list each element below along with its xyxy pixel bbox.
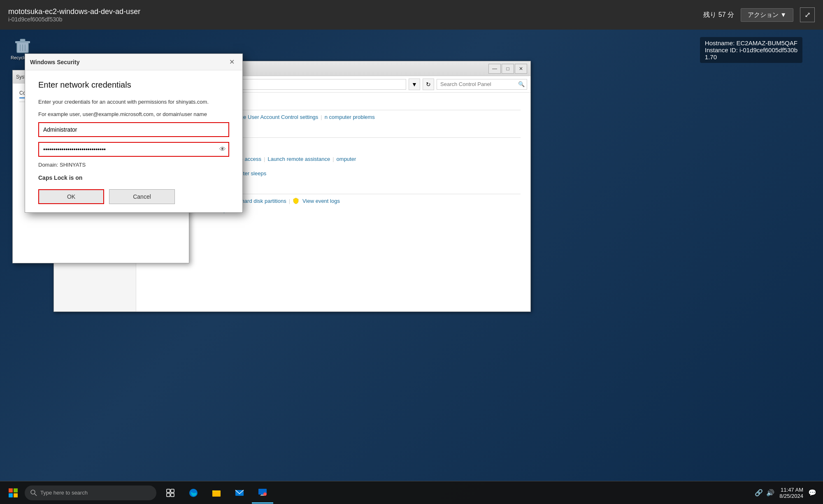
svg-point-16 [31,490,35,494]
expand-button[interactable]: ⤢ [800,7,815,22]
taskbar: Type here to search [0,481,823,504]
remote-assistance-link[interactable]: Launch remote assistance [267,156,330,162]
svg-line-17 [35,494,37,496]
mail-button[interactable] [229,482,250,504]
ws-domain-label: Domain: SHINYATS [38,162,229,168]
ws-password-wrapper: 👁 [38,142,229,157]
clock-date: 8/25/2024 [779,493,803,499]
dropdown-button[interactable]: ▼ [409,79,420,90]
ws-close-button[interactable]: ✕ [226,56,237,68]
hostname-label: Hostname: EC2AMAZ-BUM5QAF [705,39,797,46]
task-view-button[interactable] [160,482,181,504]
windows-security-dialog: Windows Security ✕ Enter network credent… [25,53,243,213]
recycle-bin-img [14,37,31,53]
mail-icon [235,488,244,497]
ws-caps-warning: Caps Lock is on [38,174,229,181]
remote-desktop-button[interactable]: ! [252,482,273,504]
ws-username-input[interactable] [38,122,229,137]
ws-title-text: Windows Security [30,59,79,65]
search-container: 🔍 [437,79,527,90]
file-explorer-button[interactable] [206,482,227,504]
start-button[interactable] [2,481,25,504]
top-bar-right: 残り 57 分 アクション ▼ ⤢ [703,7,815,22]
notification-icon[interactable]: 💬 [808,489,816,497]
event-shield-icon [293,197,299,204]
clock-time: 11:47 AM [779,487,803,493]
computer-problems-link[interactable]: n computer problems [325,114,375,120]
svg-rect-18 [167,489,170,492]
svg-rect-13 [14,488,18,492]
ws-heading: Enter network credentials [38,80,229,90]
ws-body: Enter network credentials Enter your cre… [25,70,242,212]
edge-taskbar-button[interactable] [183,482,204,504]
ws-username-group [38,122,229,137]
cp-search-icon: 🔍 [518,81,525,87]
task-view-icon [166,489,174,497]
eye-icon[interactable]: 👁 [219,146,226,153]
ws-ok-button[interactable]: OK [38,189,104,204]
edge-taskbar-icon [189,488,198,497]
taskbar-search-icon [30,490,37,496]
close-button[interactable]: ✕ [515,64,527,74]
instance-info: mototsuka-ec2-windows-ad-dev-ad-user i-0… [8,7,140,23]
ws-cancel-button[interactable]: Cancel [109,189,175,204]
svg-rect-14 [9,493,13,497]
svg-rect-19 [171,489,174,492]
taskbar-icons: ! [160,482,273,504]
top-bar: mototsuka-ec2-windows-ad-dev-ad-user i-0… [0,0,823,30]
instance-id-top: i-01d9cef6005df530b [8,16,140,23]
instance-name: mototsuka-ec2-windows-ad-dev-ad-user [8,7,140,16]
file-explorer-icon [212,488,221,497]
computer-link[interactable]: omputer [337,156,356,162]
taskbar-search-bar[interactable]: Type here to search [25,485,156,500]
instance-id-overlay: Instance ID: i-01d9cef6005df530b [705,46,797,53]
time-display[interactable]: 11:47 AM 8/25/2024 [779,487,803,499]
desktop: mototsuka-ec2-windows-ad-dev-ad-user i-0… [0,0,823,504]
cp-search-input[interactable] [437,79,527,90]
svg-rect-15 [14,493,18,497]
svg-rect-20 [167,493,170,497]
remote-desktop-icon: ! [258,488,267,497]
taskbar-right: 🔗 🔊 11:47 AM 8/25/2024 💬 [755,487,821,499]
svg-rect-12 [9,488,13,492]
svg-rect-2 [20,39,25,42]
maximize-button[interactable]: □ [502,64,514,74]
ws-password-input[interactable] [38,142,229,157]
info-overlay: Hostname: EC2AMAZ-BUM5QAF Instance ID: i… [700,37,802,63]
network-icon: 🔗 [755,489,763,497]
volume-icon: 🔊 [766,489,774,497]
ws-titlebar: Windows Security ✕ [25,54,242,70]
version-label: 1.70 [705,53,797,60]
taskbar-search-placeholder: Type here to search [40,490,88,496]
ws-password-group: 👁 [38,142,229,157]
ws-desc1: Enter your credentials for an account wi… [38,98,229,106]
view-event-logs-link[interactable]: View event logs [302,198,340,204]
action-button[interactable]: アクション ▼ [741,8,793,22]
refresh-button[interactable]: ↻ [423,79,434,90]
time-remaining: 残り 57 分 [703,11,734,19]
svg-rect-21 [171,493,174,497]
cp-window-controls: — □ ✕ [488,64,527,74]
minimize-button[interactable]: — [488,64,501,74]
ws-desc2: For example user, user@example.microsoft… [38,110,229,118]
ws-buttons: OK Cancel [38,189,229,204]
taskbar-sys-icons: 🔗 🔊 [755,489,774,497]
